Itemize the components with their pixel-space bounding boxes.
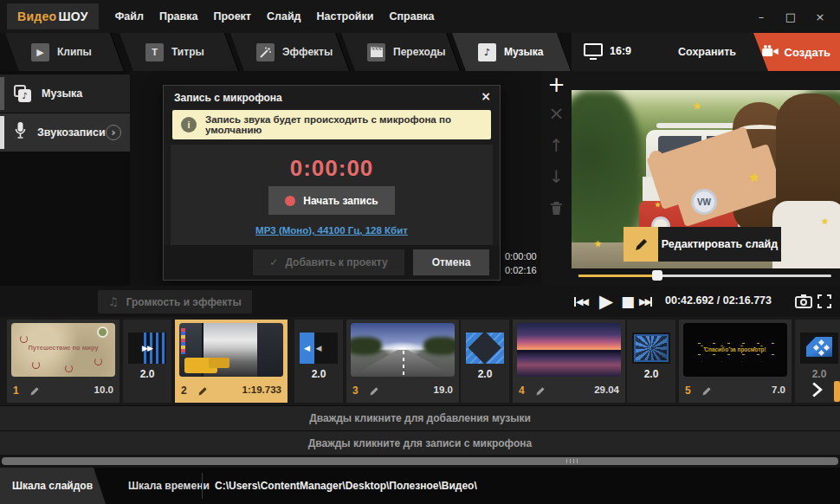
slide-4-thumbnail — [517, 323, 621, 377]
slide-duration: 10.0 — [94, 384, 113, 395]
sidebar-item-music[interactable]: ♪ Музыка — [0, 74, 130, 113]
trash-icon[interactable] — [541, 201, 572, 219]
edit-slide-button[interactable]: Редактировать слайд — [624, 227, 781, 262]
logo-part-1: Видео — [17, 10, 56, 23]
transition-2-thumbnail: ◀ ◀ — [300, 333, 338, 364]
tab-music[interactable]: ♪ Музыка — [459, 33, 565, 71]
bottom-bar: Шкала слайдов Шкала времени C:\Users\Con… — [0, 468, 840, 504]
minimize-icon[interactable]: – — [750, 6, 772, 27]
cancel-button[interactable]: Отмена — [413, 249, 489, 275]
tab-slide-scale[interactable]: Шкала слайдов — [0, 468, 106, 504]
prev-slide-button[interactable]: ◀◀ — [574, 286, 587, 317]
dialog-close-icon[interactable]: × — [481, 89, 491, 103]
next-slide-button[interactable]: ▶▶ — [639, 286, 652, 317]
pencil-icon[interactable] — [535, 384, 546, 400]
pencil-icon[interactable] — [29, 384, 40, 400]
seek-handle[interactable] — [652, 270, 662, 281]
ribbon: ▶ Клипы T Титры Эффекты — [0, 33, 840, 71]
music-track-hint: Дважды кликните для добавления музыки — [309, 412, 531, 424]
snapshot-button[interactable] — [795, 286, 812, 317]
pencil-icon[interactable] — [369, 384, 379, 400]
slide-number: 5 — [685, 384, 691, 397]
timeline-transition-3[interactable]: 2.0 — [461, 320, 509, 403]
sidebar-item-voice-records[interactable]: Звукозаписи › — [0, 113, 130, 152]
divider — [202, 473, 203, 499]
aspect-ratio[interactable]: 16:9 — [610, 45, 631, 57]
menu-edit[interactable]: Правка — [152, 5, 205, 28]
fullscreen-button[interactable] — [817, 286, 831, 317]
project-path: C:\Users\ContentManager\Desktop\Полезное… — [215, 468, 477, 504]
tab-clips[interactable]: ▶ Клипы — [12, 33, 118, 71]
arrow-left-icon: ◀ — [315, 333, 321, 364]
add-to-project-button[interactable]: ✓ Добавить к проекту — [253, 249, 404, 275]
music-track-row[interactable]: Дважды кликните для добавления музыки — [0, 406, 840, 430]
tab-clips-label: Клипы — [57, 46, 92, 58]
tab-titles[interactable]: T Титры — [126, 33, 232, 71]
audio-format-link[interactable]: MP3 (Моно), 44100 Гц, 128 Кбит — [171, 225, 493, 236]
menu-bar: Файл Правка Проект Слайд Настройки Справ… — [107, 5, 443, 28]
sidebar: ♪ Музыка Звукозаписи › — [0, 71, 130, 286]
volume-effects-button[interactable]: ♫ Громкость и эффекты — [98, 290, 252, 313]
create-button[interactable]: Создать — [753, 33, 840, 71]
menu-settings[interactable]: Настройки — [309, 5, 382, 28]
menu-file[interactable]: Файл — [107, 5, 152, 28]
video-camera-icon — [762, 45, 779, 59]
music-collection-icon: ♪ — [14, 85, 31, 102]
seek-bar[interactable] — [578, 275, 831, 277]
slide-number: 4 — [519, 384, 525, 397]
tab-transitions-label: Переходы — [393, 46, 446, 58]
timeline-transition-2[interactable]: ◀ ◀ 2.0 — [294, 320, 343, 403]
timeline-slide-5[interactable]: Спасибо за просмотр! 5 7.0 — [679, 320, 792, 403]
timeline-slide-2-selected[interactable]: 2 1:19.733 — [175, 320, 288, 403]
slide-1-caption: Путешествие по миру — [11, 344, 115, 352]
transition-3-thumbnail — [466, 333, 504, 364]
sidebar-voice-label: Звукозаписи — [37, 126, 106, 139]
menu-help[interactable]: Справка — [381, 5, 442, 28]
sidebar-music-label: Музыка — [42, 87, 82, 100]
start-record-label: Начать запись — [303, 195, 378, 207]
arrows-right-icon: ▶▶ — [128, 333, 166, 364]
microphone-icon — [14, 122, 27, 143]
scroll-right-button[interactable] — [811, 381, 824, 402]
record-dot-icon — [285, 196, 295, 206]
horizontal-scrollbar[interactable] — [0, 455, 840, 468]
slide-5-caption: Спасибо за просмотр! — [683, 346, 787, 352]
menu-slide[interactable]: Слайд — [259, 5, 309, 28]
save-button[interactable]: Сохранить — [678, 33, 736, 71]
tab-transitions[interactable]: Переходы — [348, 33, 454, 71]
move-up-icon[interactable]: ↑ — [541, 135, 572, 156]
maximize-icon[interactable]: □ — [779, 6, 802, 27]
slide-2-thumbnail — [179, 323, 283, 377]
remove-track-icon[interactable]: × — [541, 102, 572, 124]
close-icon[interactable]: × — [809, 6, 831, 27]
tab-titles-label: Титры — [171, 46, 204, 58]
pencil-icon[interactable] — [197, 384, 208, 400]
record-timer: 0:00:00 — [171, 155, 493, 182]
slide-duration: 7.0 — [772, 384, 785, 395]
timeline-slide-4[interactable]: 4 29.04 — [513, 320, 625, 403]
play-button[interactable]: ▶ — [599, 286, 613, 317]
add-track-icon[interactable]: + — [541, 73, 572, 97]
transition-duration: 2.0 — [294, 368, 343, 380]
menu-project[interactable]: Проект — [205, 5, 259, 28]
move-down-icon[interactable]: ↓ — [541, 166, 572, 187]
stop-button[interactable]: ■ — [621, 286, 635, 317]
voice-track-hint: Дважды кликните для записи с микрофона — [308, 437, 532, 449]
voice-track-row[interactable]: Дважды кликните для записи с микрофона — [0, 431, 840, 456]
tab-effects[interactable]: Эффекты — [237, 33, 343, 71]
timeline-slide-3[interactable]: 3 19.0 — [346, 320, 459, 403]
pencil-icon[interactable] — [701, 384, 712, 400]
playback-time: 00:42.692 / 02:16.773 — [665, 294, 772, 307]
timeline-transition-4[interactable]: 2.0 — [627, 320, 675, 403]
dialog-footer: ✓ Добавить к проекту Отмена — [164, 245, 500, 280]
start-record-button[interactable]: Начать запись — [268, 186, 395, 215]
tab-time-scale[interactable]: Шкала времени — [116, 468, 222, 504]
title-bar: Видео ШОУ Файл Правка Проект Слайд Настр… — [0, 0, 840, 33]
controls-row: ♫ Громкость и эффекты ◀◀ ▶ ■ ▶▶ 00:42.69… — [0, 286, 840, 317]
logo-part-2: ШОУ — [58, 10, 87, 23]
timeline-slide-1[interactable]: Путешествие по миру 1 10.0 — [7, 320, 120, 403]
scrollbar-thumb[interactable] — [2, 457, 838, 465]
chevron-right-icon[interactable]: › — [106, 125, 121, 140]
timeline-transition-1[interactable]: ▶▶ 2.0 — [123, 320, 171, 403]
tab-slide-scale-label: Шкала слайдов — [12, 480, 93, 492]
